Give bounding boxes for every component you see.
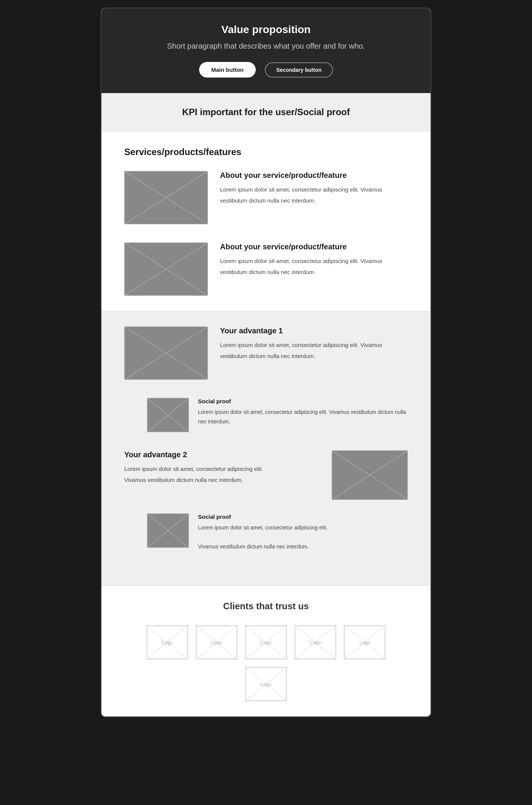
kpi-title: KPI important for the user/Social proof	[124, 107, 408, 117]
services-section: Services/products/features About your se…	[101, 132, 431, 311]
service-heading-1: About your service/product/feature	[220, 171, 408, 180]
advantages-section: Your advantage 1 Lorem ipsum dolor sit a…	[101, 311, 431, 586]
social-proof-image-1	[147, 398, 189, 432]
social-proof-row-2: Social proof Lorem ipsum dolor sit amet,…	[124, 513, 408, 552]
svg-rect-19	[332, 451, 407, 499]
service-text-1: Lorem ipsum dolor sit amet, consectetur …	[220, 184, 408, 206]
svg-line-1	[124, 171, 208, 224]
logo-4: Logo	[294, 625, 336, 659]
advantage-text-1: Lorem ipsum dolor sit amet, consectetur …	[220, 340, 408, 361]
advantage-image-2	[332, 450, 408, 500]
svg-line-18	[332, 450, 408, 500]
svg-text:Logo: Logo	[261, 639, 271, 645]
svg-rect-7	[125, 243, 207, 295]
svg-text:Logo: Logo	[211, 639, 222, 645]
service-item-1: About your service/product/feature Lorem…	[124, 171, 408, 224]
logo-1: Logo	[146, 625, 188, 659]
svg-line-9	[124, 326, 208, 380]
logos-row: Logo Logo Logo Logo Logo Logo	[124, 625, 408, 701]
svg-rect-4	[124, 242, 208, 296]
svg-text:Logo: Logo	[359, 639, 370, 645]
advantage-image-1	[124, 326, 208, 380]
svg-rect-3	[125, 171, 207, 224]
main-button[interactable]: Main button	[199, 62, 256, 78]
service-image-1	[124, 171, 208, 224]
svg-text:Logo: Logo	[162, 639, 173, 645]
advantage-text-2: Lorem ipsum dolor sit amet, consectetur …	[124, 464, 320, 485]
logo-3: Logo	[245, 625, 287, 659]
svg-rect-11	[125, 327, 207, 379]
social-proof-heading-1: Social proof	[198, 398, 408, 404]
svg-text:Logo: Logo	[310, 639, 321, 645]
service-image-2	[124, 242, 208, 296]
page-wrapper: Value proposition Short paragraph that d…	[101, 8, 431, 717]
svg-text:Logo: Logo	[261, 681, 271, 687]
logo-5: Logo	[344, 625, 386, 659]
social-proof-text-2: Lorem ipsum dolor sit amet, consectetur …	[198, 523, 328, 552]
svg-line-17	[332, 450, 408, 500]
hero-subtitle: Short paragraph that describes what you …	[124, 42, 408, 51]
social-proof-row-1: Social proof Lorem ipsum dolor sit amet,…	[124, 398, 408, 432]
hero-section: Value proposition Short paragraph that d…	[101, 8, 431, 93]
advantage-row-1: Your advantage 1 Lorem ipsum dolor sit a…	[124, 326, 408, 380]
social-proof-content-1: Social proof Lorem ipsum dolor sit amet,…	[198, 398, 408, 426]
service-heading-2: About your service/product/feature	[220, 242, 408, 251]
advantage-row-2: Your advantage 2 Lorem ipsum dolor sit a…	[124, 450, 408, 500]
social-proof-content-2: Social proof Lorem ipsum dolor sit amet,…	[198, 513, 328, 552]
svg-line-5	[124, 242, 208, 296]
service-content-2: About your service/product/feature Lorem…	[220, 242, 408, 277]
services-title: Services/products/features	[124, 147, 408, 157]
svg-line-2	[124, 171, 208, 224]
service-content-1: About your service/product/feature Lorem…	[220, 171, 408, 206]
service-item-2: About your service/product/feature Lorem…	[124, 242, 408, 296]
hero-title: Value proposition	[124, 24, 408, 36]
advantage-content-2: Your advantage 2 Lorem ipsum dolor sit a…	[124, 450, 320, 500]
svg-line-6	[124, 242, 208, 296]
svg-rect-16	[332, 450, 408, 500]
clients-title: Clients that trust us	[124, 601, 408, 612]
clients-section: Clients that trust us Logo Logo Logo Log…	[101, 586, 431, 716]
secondary-button[interactable]: Secondary button	[265, 62, 333, 78]
kpi-section: KPI important for the user/Social proof	[101, 93, 431, 132]
logo-6: Logo	[245, 667, 287, 701]
svg-rect-8	[124, 326, 208, 380]
logo-2: Logo	[196, 625, 238, 659]
svg-rect-0	[124, 171, 208, 224]
social-proof-text-1: Lorem ipsum dolor sit amet, consectetur …	[198, 407, 408, 426]
service-text-2: Lorem ipsum dolor sit amet, consectetur …	[220, 256, 408, 277]
advantage-heading-2: Your advantage 2	[124, 450, 320, 459]
social-proof-heading-2: Social proof	[198, 513, 328, 520]
svg-line-10	[124, 326, 208, 380]
advantage-heading-1: Your advantage 1	[220, 326, 408, 335]
hero-buttons: Main button Secondary button	[124, 62, 408, 78]
social-proof-image-2	[147, 513, 189, 548]
advantage-content-1: Your advantage 1 Lorem ipsum dolor sit a…	[220, 326, 408, 361]
